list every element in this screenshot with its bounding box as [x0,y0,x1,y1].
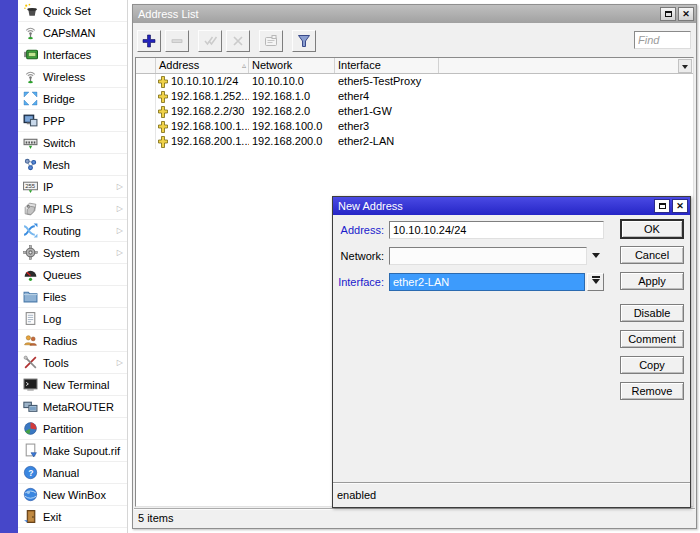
submenu-arrow-icon: ▷ [117,182,123,191]
sidebar-item-label: Bridge [43,93,75,105]
interface-dropdown-button[interactable] [587,273,604,291]
sidebar-item-label: IP [43,181,53,193]
table-row[interactable]: 192.168.1.252...192.168.1.0ether4 [136,89,693,104]
sidebar-item-ip[interactable]: 255IP▷ [18,176,127,198]
column-select-button[interactable] [678,59,692,73]
address-item-icon [158,136,168,148]
column-header-address[interactable]: Address▵ [156,58,249,73]
column-header-network[interactable]: Network [249,58,335,73]
column-header-filler [439,58,693,73]
close-icon: ✕ [676,202,684,211]
gear-icon [23,245,38,260]
people-icon [23,333,38,348]
sidebar-item-new-winbox[interactable]: New WinBox [18,484,127,506]
row-network-cell: 192.168.100.0 [249,119,335,134]
sidebar-item-label: Switch [43,137,75,149]
maximize-button[interactable] [660,7,676,21]
column-header-interface[interactable]: Interface [335,58,439,73]
address-value: 10.10.10.1/24 [171,74,238,89]
check-icon [202,33,218,49]
sidebar-item-label: Files [43,291,66,303]
sidebar-item-manual[interactable]: ?Manual [18,462,127,484]
dialog-close-button[interactable]: ✕ [672,199,688,213]
network-dropdown-icon[interactable] [592,253,600,262]
metarouter-icon [23,399,38,414]
address-value: 192.168.200.1... [171,134,249,149]
sidebar-item-bridge[interactable]: Bridge [18,88,127,110]
dialog-status-text: enabled [337,489,376,501]
wireless-antenna-icon [23,69,38,84]
sidebar-item-interfaces[interactable]: Interfaces [18,44,127,66]
sidebar-item-new-terminal[interactable]: New Terminal [18,374,127,396]
sidebar-item-tools[interactable]: Tools▷ [18,352,127,374]
address-input[interactable] [389,221,604,239]
sidebar-item-exit[interactable]: Exit [18,506,127,528]
sidebar-item-metarouter[interactable]: MetaROUTER [18,396,127,418]
enable-button[interactable] [198,30,222,52]
sidebar-item-mesh[interactable]: Mesh [18,154,127,176]
remove-button[interactable]: Remove [620,382,684,400]
sidebar-item-switch[interactable]: Switch [18,132,127,154]
sidebar-item-label: Manual [43,467,79,479]
comment-button[interactable] [259,30,283,52]
table-row[interactable]: 192.168.100.1...192.168.100.0ether3 [136,119,693,134]
row-interface-cell: ether5-TestProxy [335,74,439,89]
apply-button[interactable]: Apply [620,272,684,290]
disable-button[interactable]: Disable [620,304,684,322]
cross-icon [230,33,246,49]
flags-column-header[interactable] [136,58,156,73]
remove-button[interactable] [165,30,189,52]
sidebar-item-queues[interactable]: Queues [18,264,127,286]
add-button[interactable] [137,30,161,52]
dialog-titlebar[interactable]: New Address ✕ [333,197,690,215]
find-input[interactable] [634,31,691,49]
sidebar-item-label: Mesh [43,159,70,171]
row-interface-cell: ether3 [335,119,439,134]
row-address-cell: 192.168.1.252... [156,89,249,104]
sidebar-item-quick-set[interactable]: Quick Set [18,0,127,22]
sidebar-item-log[interactable]: Log [18,308,127,330]
table-row[interactable]: 10.10.10.1/2410.10.10.0ether5-TestProxy [136,74,693,89]
log-sheet-icon [23,311,38,326]
supout-sheet-icon [23,443,38,458]
address-item-icon [158,106,168,118]
network-field-label: Network: [333,247,384,265]
sidebar-item-ppp[interactable]: PPP [18,110,127,132]
sidebar-item-label: MPLS [43,203,73,215]
plus-icon [141,33,157,49]
ok-button[interactable]: OK [620,219,684,239]
window-status-bar: 5 items [134,508,695,527]
sidebar-item-routing[interactable]: Routing▷ [18,220,127,242]
sidebar-item-system[interactable]: System▷ [18,242,127,264]
sidebar-item-files[interactable]: Files [18,286,127,308]
comment-button[interactable]: Comment [620,330,684,348]
network-combo[interactable] [389,247,587,265]
table-row[interactable]: 192.168.2.2/30192.168.2.0ether1-GW [136,104,693,119]
row-address-cell: 192.168.200.1... [156,134,249,149]
address-list-titlebar[interactable]: Address List ✕ [133,5,696,23]
close-button[interactable]: ✕ [678,7,694,21]
interface-combo[interactable]: ether2-LAN [389,273,585,291]
sidebar-item-radius[interactable]: Radius [18,330,127,352]
sidebar-item-label: Make Supout.rif [43,445,120,457]
cancel-button[interactable]: Cancel [620,246,684,264]
sidebar-item-mpls[interactable]: MPLS▷ [18,198,127,220]
disable-button[interactable] [226,30,250,52]
sidebar-item-label: Interfaces [43,49,91,61]
sidebar-item-label: Wireless [43,71,85,83]
sidebar-item-wireless[interactable]: Wireless [18,66,127,88]
sidebar-item-capsman[interactable]: CAPsMAN [18,22,127,44]
copy-button[interactable]: Copy [620,356,684,374]
switch-icon [23,135,38,150]
sidebar-item-make-supout-rif[interactable]: Make Supout.rif [18,440,127,462]
table-body: 10.10.10.1/2410.10.10.0ether5-TestProxy1… [136,74,693,149]
sidebar-menu: Quick SetCAPsMANInterfacesWirelessBridge… [18,0,128,533]
sidebar-item-label: Routing [43,225,81,237]
sidebar-item-partition[interactable]: Partition [18,418,127,440]
dialog-maximize-button[interactable] [654,199,670,213]
terminal-icon [23,377,38,392]
filter-button[interactable] [292,30,316,52]
row-flags-cell [136,119,156,134]
table-row[interactable]: 192.168.200.1...192.168.200.0ether2-LAN [136,134,693,149]
item-count: 5 items [138,512,173,524]
